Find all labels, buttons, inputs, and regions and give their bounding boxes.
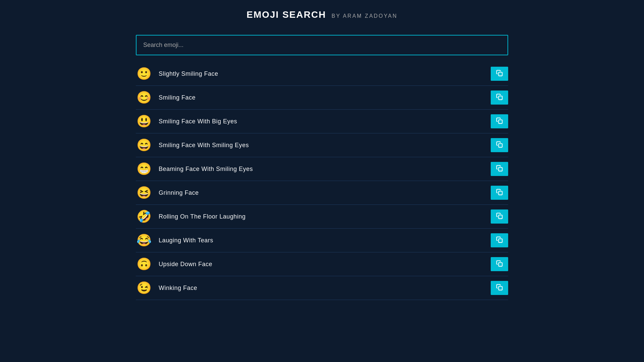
copy-icon — [496, 284, 503, 292]
search-container — [129, 35, 515, 55]
copy-icon — [496, 213, 503, 221]
emoji-row-left: 🙃Upside Down Face — [136, 258, 212, 270]
emoji-row: 🤣Rolling On The Floor Laughing — [136, 205, 508, 229]
emoji-icon-smiling-face: 😊 — [136, 92, 152, 104]
copy-icon — [496, 94, 503, 102]
emoji-name-winking-face: Winking Face — [159, 285, 197, 292]
emoji-name-laughing-with-tears: Lauging With Tears — [159, 237, 213, 244]
emoji-row: 😊Smiling Face — [136, 86, 508, 110]
copy-icon — [496, 260, 503, 268]
copy-button-winking-face[interactable] — [491, 281, 508, 295]
copy-button-beaming-face-with-smiling-eyes[interactable] — [491, 162, 508, 176]
emoji-row: 🙃Upside Down Face — [136, 252, 508, 276]
copy-icon — [496, 189, 503, 197]
emoji-row-left: 😉Winking Face — [136, 282, 197, 294]
emoji-row: 😉Winking Face — [136, 276, 508, 300]
copy-button-smiling-face-with-smiling-eyes[interactable] — [491, 138, 508, 152]
copy-icon — [496, 117, 503, 126]
emoji-row: 😆Grinning Face — [136, 181, 508, 205]
copy-icon — [496, 236, 503, 245]
emoji-icon-smiling-face-with-big-eyes: 😃 — [136, 115, 152, 127]
emoji-name-smiling-face-with-big-eyes: Smiling Face With Big Eyes — [159, 118, 237, 125]
search-input[interactable] — [136, 35, 508, 55]
app-title: EMOJI SEARCH — [247, 9, 326, 20]
svg-rect-4 — [499, 167, 502, 171]
emoji-row: 😂Lauging With Tears — [136, 229, 508, 252]
app-container: EMOJI SEARCH BY ARAM ZADOYAN 🙂Slightly S… — [0, 0, 644, 300]
copy-button-smiling-face-with-big-eyes[interactable] — [491, 114, 508, 128]
emoji-name-beaming-face-with-smiling-eyes: Beaming Face With Smiling Eyes — [159, 166, 253, 173]
emoji-row: 😁Beaming Face With Smiling Eyes — [136, 157, 508, 181]
emoji-row-left: 😁Beaming Face With Smiling Eyes — [136, 163, 253, 175]
emoji-icon-rolling-on-the-floor-laughing: 🤣 — [136, 210, 152, 223]
copy-button-smiling-face[interactable] — [491, 90, 508, 105]
emoji-row: 😃Smiling Face With Big Eyes — [136, 110, 508, 133]
svg-rect-6 — [499, 215, 502, 219]
copy-icon — [496, 141, 503, 149]
emoji-row-left: 😊Smiling Face — [136, 92, 196, 104]
svg-rect-1 — [499, 96, 502, 100]
svg-rect-8 — [499, 262, 502, 266]
emoji-icon-slightly-smiling-face: 🙂 — [136, 68, 152, 80]
app-header: EMOJI SEARCH BY ARAM ZADOYAN — [0, 0, 644, 28]
copy-button-grinning-face[interactable] — [491, 186, 508, 200]
emoji-name-slightly-smiling-face: Slightly Smiling Face — [159, 70, 218, 77]
emoji-row: 😄Smiling Face With Smiling Eyes — [136, 133, 508, 157]
emoji-row-left: 😄Smiling Face With Smiling Eyes — [136, 139, 249, 151]
emoji-icon-laughing-with-tears: 😂 — [136, 234, 152, 246]
copy-icon — [496, 70, 503, 78]
emoji-name-smiling-face: Smiling Face — [159, 94, 196, 101]
emoji-icon-beaming-face-with-smiling-eyes: 😁 — [136, 163, 152, 175]
emoji-icon-upside-down-face: 🙃 — [136, 258, 152, 270]
copy-button-laughing-with-tears[interactable] — [491, 233, 508, 247]
emoji-name-rolling-on-the-floor-laughing: Rolling On The Floor Laughing — [159, 213, 246, 220]
svg-rect-3 — [499, 143, 502, 147]
emoji-row-left: 😃Smiling Face With Big Eyes — [136, 115, 237, 127]
emoji-icon-smiling-face-with-smiling-eyes: 😄 — [136, 139, 152, 151]
emoji-row: 🙂Slightly Smiling Face — [136, 62, 508, 86]
emoji-icon-grinning-face: 😆 — [136, 187, 152, 199]
copy-button-rolling-on-the-floor-laughing[interactable] — [491, 209, 508, 224]
svg-rect-5 — [499, 191, 502, 195]
emoji-list: 🙂Slightly Smiling Face 😊Smiling Face 😃Sm… — [129, 62, 515, 300]
svg-rect-2 — [499, 120, 502, 123]
app-subtitle: BY ARAM ZADOYAN — [332, 13, 397, 19]
svg-rect-9 — [499, 286, 502, 290]
copy-icon — [496, 165, 503, 173]
emoji-name-upside-down-face: Upside Down Face — [159, 261, 212, 268]
emoji-row-left: 😆Grinning Face — [136, 187, 199, 199]
svg-rect-7 — [499, 239, 502, 242]
emoji-row-left: 😂Lauging With Tears — [136, 234, 213, 246]
emoji-name-grinning-face: Grinning Face — [159, 189, 199, 196]
emoji-row-left: 🙂Slightly Smiling Face — [136, 68, 218, 80]
copy-button-slightly-smiling-face[interactable] — [491, 67, 508, 81]
copy-button-upside-down-face[interactable] — [491, 257, 508, 271]
emoji-row-left: 🤣Rolling On The Floor Laughing — [136, 210, 246, 223]
emoji-icon-winking-face: 😉 — [136, 282, 152, 294]
emoji-name-smiling-face-with-smiling-eyes: Smiling Face With Smiling Eyes — [159, 142, 249, 149]
svg-rect-0 — [499, 72, 502, 76]
